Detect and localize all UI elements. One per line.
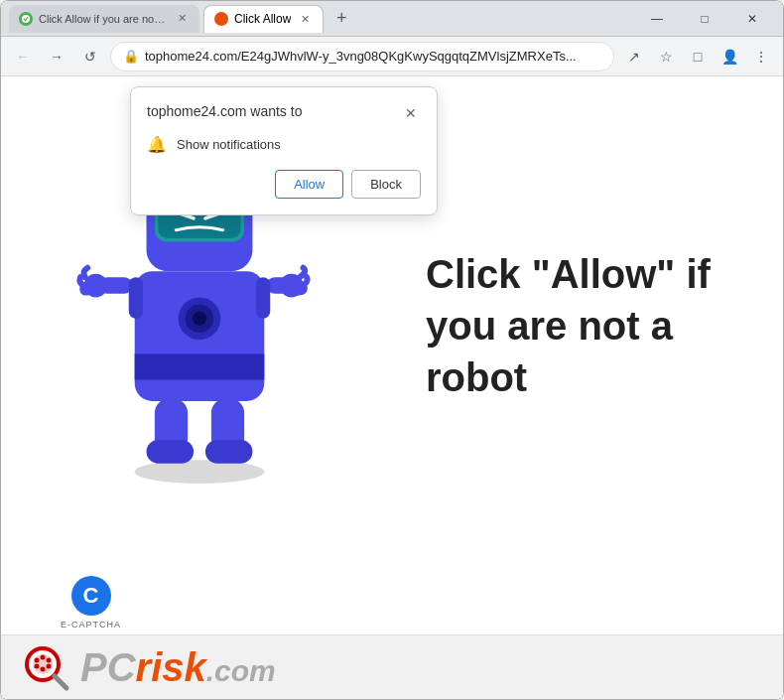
address-bar[interactable]: 🔒 tophome24.com/E24gJWhvlW-y_3vng08QKgKw…	[110, 42, 614, 71]
new-tab-button[interactable]: +	[327, 5, 355, 33]
block-button[interactable]: Block	[351, 170, 421, 199]
svg-rect-3	[135, 353, 265, 379]
tab-1-close[interactable]: ✕	[174, 11, 190, 27]
svg-line-33	[55, 676, 66, 688]
browser-window: Click Allow if you are not a robot ✕ Cli…	[0, 0, 784, 700]
pcrisk-footer: PCrisk.com	[1, 634, 783, 699]
nav-actions: ↗ ☆ □ 👤 ⋮	[620, 43, 775, 70]
svg-point-1	[135, 460, 265, 484]
ecaptcha-label: E-CAPTCHA	[61, 620, 121, 630]
svg-point-32	[47, 664, 52, 669]
tab-2-favicon	[214, 12, 228, 26]
refresh-button[interactable]: ↺	[76, 43, 104, 70]
profile-button[interactable]: 👤	[716, 43, 743, 70]
click-allow-text: Click "Allow" if you are not a robot	[426, 248, 753, 403]
permission-text: Show notifications	[177, 137, 281, 152]
share-button[interactable]: ↗	[620, 43, 648, 70]
popup-permission: 🔔 Show notifications	[147, 135, 421, 154]
svg-point-31	[41, 667, 46, 672]
forward-button[interactable]: →	[43, 43, 70, 70]
tab-2-close[interactable]: ✕	[297, 11, 313, 27]
pcrisk-text: PCrisk.com	[80, 645, 276, 690]
popup-title: tophome24.com wants to	[147, 103, 302, 119]
ecaptcha-logo: C E-CAPTCHA	[61, 576, 121, 630]
main-content: tophome24.com wants to ✕ 🔔 Show notifica…	[1, 76, 783, 699]
close-button[interactable]: ✕	[729, 4, 775, 34]
pcrisk-com: .com	[206, 654, 276, 687]
address-text: tophome24.com/E24gJWhvlW-y_3vng08QKgKwyS…	[145, 49, 601, 64]
bell-icon: 🔔	[147, 135, 167, 154]
page-content: tophome24.com wants to ✕ 🔔 Show notifica…	[1, 76, 783, 699]
minimize-button[interactable]: —	[634, 4, 680, 34]
lock-icon: 🔒	[123, 49, 139, 64]
ecaptcha-icon: C	[71, 576, 111, 616]
tab-2[interactable]: Click Allow ✕	[203, 5, 324, 33]
title-bar: Click Allow if you are not a robot ✕ Cli…	[1, 1, 783, 37]
menu-button[interactable]: ⋮	[747, 43, 775, 70]
window-controls: — □ ✕	[634, 4, 775, 34]
extension-button[interactable]: □	[684, 43, 712, 70]
svg-rect-20	[147, 440, 195, 464]
pcrisk-risk: risk	[136, 645, 206, 689]
bookmark-button[interactable]: ☆	[652, 43, 680, 70]
pcrisk-pc: PC	[80, 645, 136, 689]
allow-button[interactable]: Allow	[275, 170, 343, 199]
popup-buttons: Allow Block	[147, 170, 421, 199]
back-button[interactable]: ←	[9, 43, 37, 70]
tab-1-favicon	[19, 12, 33, 26]
svg-rect-21	[205, 440, 253, 464]
svg-point-29	[47, 658, 52, 663]
maximize-button[interactable]: □	[682, 4, 727, 34]
tab-2-label: Click Allow	[234, 12, 291, 26]
svg-point-17	[193, 312, 206, 326]
nav-bar: ← → ↺ 🔒 tophome24.com/E24gJWhvlW-y_3vng0…	[1, 37, 783, 76]
svg-point-30	[35, 664, 40, 669]
pcrisk-icon	[21, 642, 70, 692]
tab-1[interactable]: Click Allow if you are not a robot ✕	[9, 5, 199, 33]
svg-rect-22	[129, 277, 143, 319]
popup-header: tophome24.com wants to ✕	[147, 103, 421, 123]
svg-point-28	[41, 655, 46, 660]
svg-point-27	[35, 658, 40, 663]
notification-popup: tophome24.com wants to ✕ 🔔 Show notifica…	[130, 86, 438, 215]
popup-close-button[interactable]: ✕	[401, 103, 421, 123]
svg-rect-23	[256, 277, 270, 319]
tab-1-label: Click Allow if you are not a robot	[39, 13, 168, 25]
